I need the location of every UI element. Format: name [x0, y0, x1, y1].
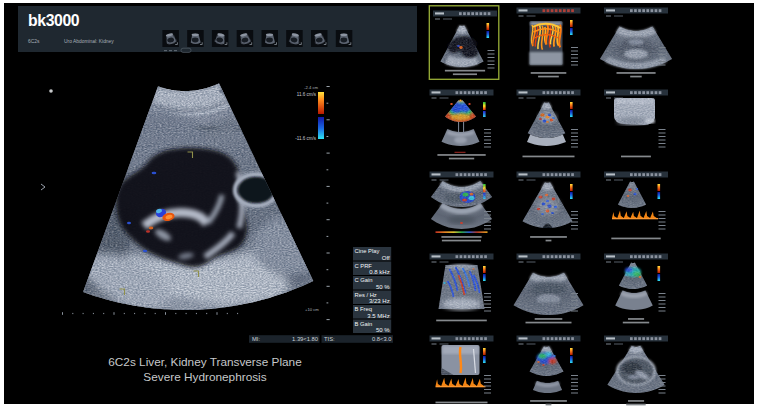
svg-text:C PRF: C PRF [355, 263, 373, 269]
svg-text:Severe Hydronephrosis: Severe Hydronephrosis [143, 370, 266, 384]
svg-text:3/23 Hz: 3/23 Hz [369, 298, 390, 304]
svg-text:bk3000: bk3000 [28, 12, 80, 29]
svg-text:Cine Play: Cine Play [355, 248, 380, 254]
svg-text:1.39<1.80: 1.39<1.80 [292, 336, 318, 342]
svg-text:6C2s: 6C2s [28, 39, 40, 44]
svg-text:11.6 cm/s: 11.6 cm/s [297, 92, 317, 97]
svg-text:MI:: MI: [252, 336, 260, 342]
svg-text:B Freq: B Freq [355, 306, 372, 312]
svg-text:B Gain: B Gain [355, 321, 373, 327]
svg-text:Uro Abdominal: Kidney: Uro Abdominal: Kidney [64, 39, 114, 44]
svg-text:50 %: 50 % [376, 327, 390, 333]
svg-text:-11.6 cm/s: -11.6 cm/s [295, 136, 316, 141]
svg-text:0.8 kHz: 0.8 kHz [369, 269, 389, 275]
svg-text:-2.4 cm: -2.4 cm [304, 85, 318, 90]
svg-text:Off: Off [382, 255, 390, 261]
svg-text:Res / Hz: Res / Hz [355, 292, 377, 298]
svg-text:+10 cm: +10 cm [305, 307, 319, 312]
svg-text:TIS:: TIS: [324, 336, 335, 342]
svg-text:0.8<3.0: 0.8<3.0 [372, 336, 392, 342]
svg-text:3.5 MHz: 3.5 MHz [367, 313, 389, 319]
svg-text:C Gain: C Gain [355, 277, 373, 283]
svg-text:6C2s Liver, Kidney Transverse: 6C2s Liver, Kidney Transverse Plane [108, 355, 302, 369]
svg-text:50 %: 50 % [376, 284, 390, 290]
